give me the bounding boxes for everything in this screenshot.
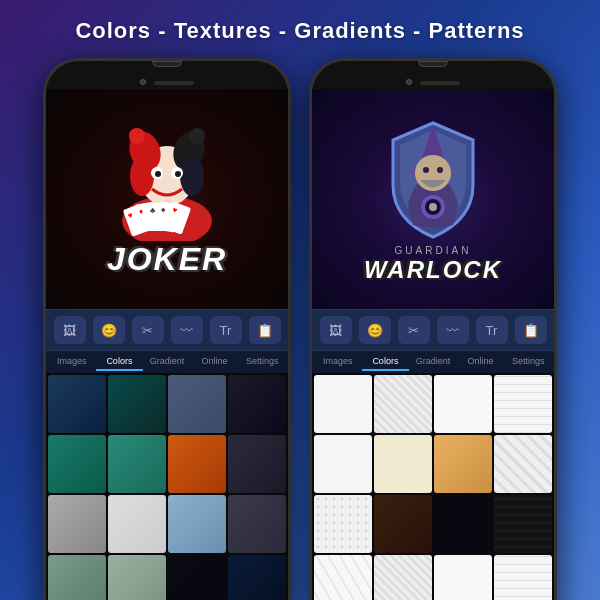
svg-point-5 — [189, 128, 205, 144]
texture-cell[interactable] — [314, 375, 372, 433]
joker-logo-area: ♥ ♦ ♣ ♠ ♥ JOKER — [46, 89, 288, 309]
nav-tabs-left: Images Colors Gradient Online Settings — [46, 351, 288, 373]
warlock-logo-area: GUARDIAN WARLOCK — [312, 89, 554, 309]
texture-cell[interactable] — [228, 555, 286, 600]
camera-bump-right — [418, 61, 448, 67]
toolbar-btn-images-left[interactable]: 🖼 — [54, 316, 86, 344]
texture-cell[interactable] — [434, 555, 492, 600]
texture-cell[interactable] — [48, 435, 106, 493]
phone-right: GUARDIAN WARLOCK 🖼 😊 ✂ 〰 Tr 📋 Images Col… — [309, 58, 557, 600]
phone-right-top-bar — [312, 61, 554, 89]
svg-point-24 — [423, 167, 429, 173]
tab-settings-left[interactable]: Settings — [238, 353, 286, 371]
texture-cell[interactable] — [108, 435, 166, 493]
phones-container: ♥ ♦ ♣ ♠ ♥ JOKER 🖼 😊 ✂ 〰 Tr 📋 — [0, 58, 600, 600]
texture-cell[interactable] — [374, 495, 432, 553]
speaker-left — [154, 81, 194, 85]
texture-grid-left — [46, 373, 288, 600]
texture-cell[interactable] — [48, 495, 106, 553]
texture-cell[interactable] — [314, 495, 372, 553]
warlock-title: WARLOCK — [364, 256, 502, 284]
toolbar-btn-cut-left[interactable]: ✂ — [132, 316, 164, 344]
svg-text:♣: ♣ — [150, 206, 156, 215]
texture-cell[interactable] — [108, 555, 166, 600]
tab-settings-right[interactable]: Settings — [504, 353, 552, 371]
toolbar-left: 🖼 😊 ✂ 〰 Tr 📋 — [46, 309, 288, 351]
joker-title: JOKER — [107, 241, 227, 278]
phone-left: ♥ ♦ ♣ ♠ ♥ JOKER 🖼 😊 ✂ 〰 Tr 📋 — [43, 58, 291, 600]
texture-cell[interactable] — [494, 435, 552, 493]
texture-cell[interactable] — [434, 495, 492, 553]
toolbar-btn-emoji-right[interactable]: 😊 — [359, 316, 391, 344]
tab-colors-left[interactable]: Colors — [96, 353, 144, 371]
texture-cell[interactable] — [434, 435, 492, 493]
texture-cell[interactable] — [374, 555, 432, 600]
svg-point-28 — [429, 203, 437, 211]
toolbar-btn-text-left[interactable]: Tr — [210, 316, 242, 344]
texture-cell[interactable] — [228, 435, 286, 493]
texture-grid-right — [312, 373, 554, 600]
texture-cell[interactable] — [168, 555, 226, 600]
texture-cell[interactable] — [168, 435, 226, 493]
nav-tabs-right: Images Colors Gradient Online Settings — [312, 351, 554, 373]
camera-dot-left — [140, 79, 146, 85]
toolbar-right: 🖼 😊 ✂ 〰 Tr 📋 — [312, 309, 554, 351]
tab-images-right[interactable]: Images — [314, 353, 362, 371]
texture-cell[interactable] — [48, 375, 106, 433]
toolbar-btn-emoji-left[interactable]: 😊 — [93, 316, 125, 344]
warlock-logo: GUARDIAN WARLOCK — [312, 89, 554, 309]
page-title: Colors - Textures - Gradients - Patterns — [75, 0, 524, 58]
texture-cell[interactable] — [168, 495, 226, 553]
texture-cell[interactable] — [434, 375, 492, 433]
svg-point-11 — [175, 171, 181, 177]
texture-cell[interactable] — [108, 495, 166, 553]
texture-cell[interactable] — [314, 555, 372, 600]
speaker-right — [420, 81, 460, 85]
camera-bump-left — [152, 61, 182, 67]
tab-online-right[interactable]: Online — [457, 353, 505, 371]
svg-point-3 — [129, 128, 145, 144]
tab-gradient-right[interactable]: Gradient — [409, 353, 457, 371]
texture-cell[interactable] — [314, 435, 372, 493]
svg-point-6 — [130, 156, 154, 196]
toolbar-btn-cut-right[interactable]: ✂ — [398, 316, 430, 344]
warlock-character-svg — [368, 115, 498, 245]
texture-cell[interactable] — [494, 495, 552, 553]
joker-logo: ♥ ♦ ♣ ♠ ♥ JOKER — [46, 89, 288, 309]
texture-cell[interactable] — [494, 555, 552, 600]
texture-cell[interactable] — [374, 435, 432, 493]
texture-cell[interactable] — [228, 495, 286, 553]
phone-right-screen: GUARDIAN WARLOCK 🖼 😊 ✂ 〰 Tr 📋 Images Col… — [312, 89, 554, 600]
tab-gradient-left[interactable]: Gradient — [143, 353, 191, 371]
texture-cell[interactable] — [48, 555, 106, 600]
texture-cell[interactable] — [228, 375, 286, 433]
toolbar-btn-text-right[interactable]: Tr — [476, 316, 508, 344]
phone-left-top-bar — [46, 61, 288, 89]
texture-cell[interactable] — [108, 375, 166, 433]
toolbar-btn-wave-right[interactable]: 〰 — [437, 316, 469, 344]
toolbar-btn-images-right[interactable]: 🖼 — [320, 316, 352, 344]
svg-point-25 — [437, 167, 443, 173]
texture-cell[interactable] — [374, 375, 432, 433]
toolbar-btn-copy-right[interactable]: 📋 — [515, 316, 547, 344]
camera-dot-right — [406, 79, 412, 85]
texture-cell[interactable] — [494, 375, 552, 433]
tab-images-left[interactable]: Images — [48, 353, 96, 371]
toolbar-btn-wave-left[interactable]: 〰 — [171, 316, 203, 344]
svg-point-7 — [180, 156, 204, 196]
svg-point-10 — [155, 171, 161, 177]
tab-online-left[interactable]: Online — [191, 353, 239, 371]
texture-cell[interactable] — [168, 375, 226, 433]
toolbar-btn-copy-left[interactable]: 📋 — [249, 316, 281, 344]
tab-colors-right[interactable]: Colors — [362, 353, 410, 371]
joker-character-svg: ♥ ♦ ♣ ♠ ♥ — [107, 121, 227, 241]
phone-left-screen: ♥ ♦ ♣ ♠ ♥ JOKER 🖼 😊 ✂ 〰 Tr 📋 — [46, 89, 288, 600]
guardian-text: GUARDIAN — [395, 245, 472, 256]
